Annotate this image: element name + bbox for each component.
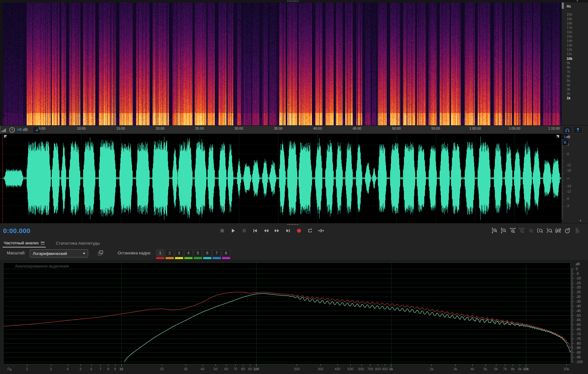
plot-y-tick-label: -70	[576, 332, 581, 336]
timeline-ticks[interactable]: 5:0010:0015:0020:0025:0030:0035:0040:004…	[0, 126, 561, 134]
plot-x-tick-label: 3k	[450, 367, 461, 371]
tab-frequency-analysis[interactable]: Частотный анализ	[3, 239, 46, 247]
plot-x-tick-label: 2	[21, 367, 33, 371]
hold-color-8	[222, 257, 230, 259]
zoom-in-point-button[interactable]	[536, 226, 544, 235]
transport-bar: 0:00.000	[0, 223, 588, 239]
timeline-ruler[interactable]: +0 dB 5:0010:0015:0020:0025:0030:0035:00…	[0, 125, 561, 134]
hold-button-5[interactable]: 5	[194, 249, 202, 257]
hold-button-7[interactable]: 7	[213, 249, 221, 257]
stop-icon	[219, 228, 225, 234]
plot-y-tick-label: -25	[576, 290, 581, 294]
hold-button-4[interactable]: 4	[184, 249, 193, 257]
transport-skip-to-end-button[interactable]	[284, 226, 292, 235]
zoom-in-vertical-button[interactable]	[490, 226, 499, 235]
amplitude-ruler-unit: dB	[566, 135, 570, 139]
frequency-plot-area: Анализированное выделение дБ 0-5-10-15-2…	[0, 260, 588, 374]
zoom-selection-button[interactable]	[554, 226, 562, 235]
frequency-tick-label: 19k	[567, 17, 572, 21]
zoom-timed-icon	[564, 227, 570, 234]
transport-record-button[interactable]	[295, 226, 303, 235]
frequency-tick-label: 3k	[567, 87, 570, 91]
plot-x-tick-label: 300	[315, 367, 326, 371]
plot-y-tick-label: -100	[576, 360, 583, 364]
hold-color-4	[184, 257, 193, 259]
transport-move-playhead-button[interactable]	[317, 226, 325, 235]
plot-y-tick-label: -60	[576, 323, 581, 326]
plot-y-axis: дБ 0-5-10-15-20-25-30-35-40-45-50-55-60-…	[571, 260, 588, 366]
timeline-tick-label: 50:00	[387, 127, 406, 130]
timeline-tick-mark	[0, 126, 0, 128]
panel-drag-handle[interactable]	[288, 1, 299, 2]
plot-x-tick-label: 3	[45, 367, 56, 371]
transport-loop-button[interactable]	[306, 226, 314, 235]
edit-corner-widget-left[interactable]	[4, 135, 7, 138]
zoom-in-horizontal-button[interactable]	[509, 226, 517, 235]
pause-icon	[241, 228, 247, 234]
spectrogram-display[interactable]	[0, 3, 561, 125]
hold-button-6[interactable]: 6	[203, 249, 211, 257]
frequency-tick-label: 1k	[567, 96, 570, 100]
hold-button-3[interactable]: 3	[175, 249, 183, 257]
frequency-tick-mark	[562, 8, 564, 9]
scroll-up-icon[interactable]: ▲	[579, 219, 582, 222]
chevron-down-icon[interactable]: ▾	[576, 0, 578, 3]
scale-value: Логарифмический	[33, 251, 67, 256]
transport-rewind-button[interactable]	[262, 226, 270, 235]
zoom-out-point-icon	[546, 227, 552, 234]
tab-label: Частотный анализ	[4, 241, 39, 245]
chevron-down-icon	[83, 253, 85, 254]
waveform-display[interactable]	[0, 134, 561, 223]
transport-pause-button[interactable]	[240, 226, 248, 235]
timeline-tick-label: 1:05:00	[505, 127, 524, 130]
plot-y-tick-label: -80	[576, 341, 581, 345]
hold-color-6	[203, 257, 211, 259]
zoom-selection-icon	[555, 227, 561, 234]
timeline-tick-mark	[0, 131, 0, 133]
plot-x-axis: Гц 2345678910203040506070809010020030040…	[0, 364, 588, 374]
hold-button-1[interactable]: 1	[156, 249, 164, 257]
analysis-controls: Масштаб: Логарифмический Остановка кадра…	[7, 249, 230, 259]
monitor-button[interactable]	[563, 126, 572, 134]
play-icon	[230, 228, 236, 234]
plot-x-tick-label: 200	[291, 367, 302, 371]
hold-button-2[interactable]: 2	[166, 249, 174, 257]
frequency-ruler[interactable]: Hz 20k19k18k17k16k15k14k13k12k11k10k9k8k…	[561, 3, 588, 125]
transport-stop-button[interactable]	[218, 226, 226, 235]
amplitude-ruler[interactable]: dB ▲ -3-6-12-18-∞-18-12-6-3LR	[561, 134, 588, 223]
hold-button-group-5: 5	[194, 249, 202, 259]
zoom-out-vertical-button[interactable]	[500, 226, 508, 235]
plot-x-tick-label: 1k	[385, 367, 397, 371]
plot-x-tick-label: 5	[75, 367, 86, 371]
transport-play-button[interactable]	[229, 226, 237, 235]
frequency-tick-label: 9k	[567, 61, 570, 65]
scale-dropdown[interactable]: Логарифмический	[30, 249, 88, 257]
plot-x-tick-label: 20	[156, 367, 167, 371]
hold-label: Остановка кадра:	[118, 251, 151, 255]
plot-y-tick-label: -30	[576, 295, 581, 299]
plot-y-tick-label: -85	[576, 346, 581, 350]
hold-button-group-6: 6	[203, 249, 211, 259]
transport-fast-forward-button[interactable]	[273, 226, 281, 235]
skip-to-start-icon	[252, 228, 258, 234]
marker-button[interactable]	[573, 126, 583, 134]
zoom-timed-button[interactable]	[563, 226, 571, 235]
hold-button-8[interactable]: 8	[222, 249, 230, 257]
tab-amplitude-statistics[interactable]: Статистика Амплитуды	[55, 239, 101, 247]
zoom-out-point-button[interactable]	[545, 226, 553, 235]
plot-x-tick-label: 5k	[480, 367, 491, 371]
transport-drag-handle[interactable]	[288, 224, 299, 225]
plot-x-tick-label: 2k	[426, 367, 437, 371]
hold-button-group-2: 2	[166, 249, 174, 259]
panel-menu-icon[interactable]	[41, 242, 45, 245]
amplitude-tick-label: -18	[566, 184, 571, 188]
edit-corner-widget-right[interactable]	[556, 135, 559, 138]
copy-graph-icon[interactable]	[98, 250, 104, 256]
plot-y-tick-label: -90	[576, 351, 581, 354]
time-display[interactable]: 0:00.000	[3, 227, 30, 235]
plot-x-tick-label: 20k	[561, 367, 572, 371]
transport-skip-to-start-button[interactable]	[251, 226, 259, 235]
amplitude-tick-label: -∞	[566, 176, 570, 180]
move-playhead-icon	[318, 228, 324, 234]
amplitude-tick-label: -6	[566, 152, 569, 156]
